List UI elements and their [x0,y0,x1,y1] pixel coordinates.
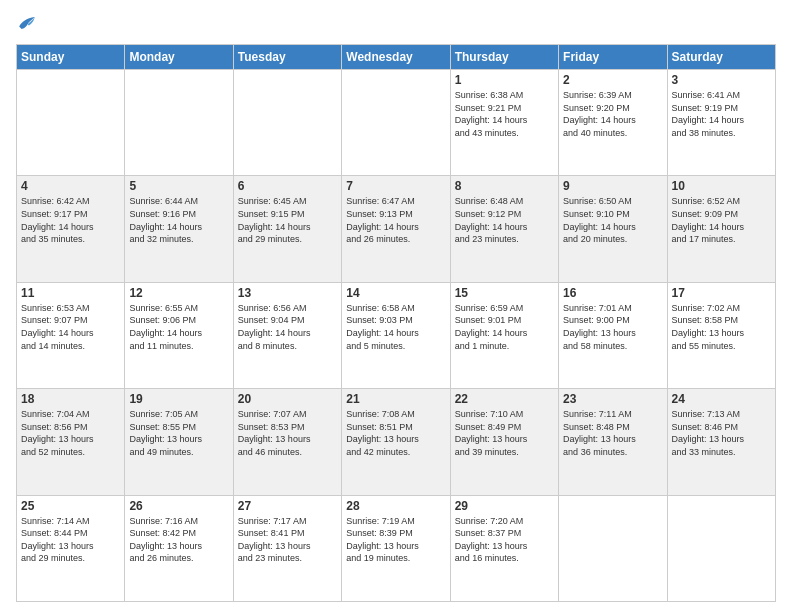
page: SundayMondayTuesdayWednesdayThursdayFrid… [0,0,792,612]
day-number: 4 [21,179,120,193]
day-cell: 24Sunrise: 7:13 AM Sunset: 8:46 PM Dayli… [667,389,775,495]
day-info: Sunrise: 6:55 AM Sunset: 9:06 PM Dayligh… [129,302,228,352]
day-cell: 14Sunrise: 6:58 AM Sunset: 9:03 PM Dayli… [342,282,450,388]
day-info: Sunrise: 6:56 AM Sunset: 9:04 PM Dayligh… [238,302,337,352]
day-number: 27 [238,499,337,513]
day-cell: 11Sunrise: 6:53 AM Sunset: 9:07 PM Dayli… [17,282,125,388]
day-info: Sunrise: 7:10 AM Sunset: 8:49 PM Dayligh… [455,408,554,458]
day-info: Sunrise: 6:48 AM Sunset: 9:12 PM Dayligh… [455,195,554,245]
day-number: 17 [672,286,771,300]
day-cell: 15Sunrise: 6:59 AM Sunset: 9:01 PM Dayli… [450,282,558,388]
day-number: 20 [238,392,337,406]
day-number: 29 [455,499,554,513]
col-header-monday: Monday [125,45,233,70]
day-cell: 3Sunrise: 6:41 AM Sunset: 9:19 PM Daylig… [667,70,775,176]
header [16,14,776,36]
day-info: Sunrise: 7:14 AM Sunset: 8:44 PM Dayligh… [21,515,120,565]
day-cell: 26Sunrise: 7:16 AM Sunset: 8:42 PM Dayli… [125,495,233,601]
day-info: Sunrise: 7:04 AM Sunset: 8:56 PM Dayligh… [21,408,120,458]
day-cell: 21Sunrise: 7:08 AM Sunset: 8:51 PM Dayli… [342,389,450,495]
day-info: Sunrise: 7:16 AM Sunset: 8:42 PM Dayligh… [129,515,228,565]
day-cell: 25Sunrise: 7:14 AM Sunset: 8:44 PM Dayli… [17,495,125,601]
week-row-4: 25Sunrise: 7:14 AM Sunset: 8:44 PM Dayli… [17,495,776,601]
day-cell: 8Sunrise: 6:48 AM Sunset: 9:12 PM Daylig… [450,176,558,282]
day-info: Sunrise: 7:13 AM Sunset: 8:46 PM Dayligh… [672,408,771,458]
day-number: 16 [563,286,662,300]
day-number: 14 [346,286,445,300]
day-cell: 29Sunrise: 7:20 AM Sunset: 8:37 PM Dayli… [450,495,558,601]
day-cell: 12Sunrise: 6:55 AM Sunset: 9:06 PM Dayli… [125,282,233,388]
day-number: 10 [672,179,771,193]
day-info: Sunrise: 6:53 AM Sunset: 9:07 PM Dayligh… [21,302,120,352]
day-number: 2 [563,73,662,87]
day-cell [233,70,341,176]
day-info: Sunrise: 6:45 AM Sunset: 9:15 PM Dayligh… [238,195,337,245]
day-cell: 4Sunrise: 6:42 AM Sunset: 9:17 PM Daylig… [17,176,125,282]
day-cell: 10Sunrise: 6:52 AM Sunset: 9:09 PM Dayli… [667,176,775,282]
day-number: 7 [346,179,445,193]
day-cell: 7Sunrise: 6:47 AM Sunset: 9:13 PM Daylig… [342,176,450,282]
calendar-header-row: SundayMondayTuesdayWednesdayThursdayFrid… [17,45,776,70]
day-info: Sunrise: 7:01 AM Sunset: 9:00 PM Dayligh… [563,302,662,352]
day-info: Sunrise: 7:08 AM Sunset: 8:51 PM Dayligh… [346,408,445,458]
day-info: Sunrise: 6:59 AM Sunset: 9:01 PM Dayligh… [455,302,554,352]
day-number: 8 [455,179,554,193]
day-number: 3 [672,73,771,87]
calendar: SundayMondayTuesdayWednesdayThursdayFrid… [16,44,776,602]
day-number: 22 [455,392,554,406]
day-number: 11 [21,286,120,300]
day-cell: 18Sunrise: 7:04 AM Sunset: 8:56 PM Dayli… [17,389,125,495]
day-info: Sunrise: 7:07 AM Sunset: 8:53 PM Dayligh… [238,408,337,458]
day-number: 12 [129,286,228,300]
day-cell [125,70,233,176]
day-info: Sunrise: 7:20 AM Sunset: 8:37 PM Dayligh… [455,515,554,565]
day-number: 28 [346,499,445,513]
day-info: Sunrise: 6:50 AM Sunset: 9:10 PM Dayligh… [563,195,662,245]
col-header-tuesday: Tuesday [233,45,341,70]
day-info: Sunrise: 6:38 AM Sunset: 9:21 PM Dayligh… [455,89,554,139]
day-number: 26 [129,499,228,513]
logo [16,14,36,36]
week-row-1: 4Sunrise: 6:42 AM Sunset: 9:17 PM Daylig… [17,176,776,282]
day-number: 9 [563,179,662,193]
week-row-0: 1Sunrise: 6:38 AM Sunset: 9:21 PM Daylig… [17,70,776,176]
day-info: Sunrise: 6:44 AM Sunset: 9:16 PM Dayligh… [129,195,228,245]
day-number: 5 [129,179,228,193]
day-number: 25 [21,499,120,513]
day-info: Sunrise: 6:41 AM Sunset: 9:19 PM Dayligh… [672,89,771,139]
day-cell: 17Sunrise: 7:02 AM Sunset: 8:58 PM Dayli… [667,282,775,388]
day-cell: 9Sunrise: 6:50 AM Sunset: 9:10 PM Daylig… [559,176,667,282]
col-header-saturday: Saturday [667,45,775,70]
day-number: 15 [455,286,554,300]
day-cell: 28Sunrise: 7:19 AM Sunset: 8:39 PM Dayli… [342,495,450,601]
day-info: Sunrise: 6:39 AM Sunset: 9:20 PM Dayligh… [563,89,662,139]
day-cell: 6Sunrise: 6:45 AM Sunset: 9:15 PM Daylig… [233,176,341,282]
day-cell: 2Sunrise: 6:39 AM Sunset: 9:20 PM Daylig… [559,70,667,176]
day-number: 21 [346,392,445,406]
day-cell: 22Sunrise: 7:10 AM Sunset: 8:49 PM Dayli… [450,389,558,495]
col-header-sunday: Sunday [17,45,125,70]
day-info: Sunrise: 7:19 AM Sunset: 8:39 PM Dayligh… [346,515,445,565]
day-number: 23 [563,392,662,406]
day-number: 18 [21,392,120,406]
day-number: 1 [455,73,554,87]
day-info: Sunrise: 7:05 AM Sunset: 8:55 PM Dayligh… [129,408,228,458]
day-cell: 19Sunrise: 7:05 AM Sunset: 8:55 PM Dayli… [125,389,233,495]
day-number: 13 [238,286,337,300]
day-cell [667,495,775,601]
day-cell [17,70,125,176]
day-cell: 5Sunrise: 6:44 AM Sunset: 9:16 PM Daylig… [125,176,233,282]
logo-bird-icon [18,14,36,32]
day-number: 19 [129,392,228,406]
week-row-2: 11Sunrise: 6:53 AM Sunset: 9:07 PM Dayli… [17,282,776,388]
day-info: Sunrise: 7:02 AM Sunset: 8:58 PM Dayligh… [672,302,771,352]
day-info: Sunrise: 7:11 AM Sunset: 8:48 PM Dayligh… [563,408,662,458]
day-cell [342,70,450,176]
day-cell: 16Sunrise: 7:01 AM Sunset: 9:00 PM Dayli… [559,282,667,388]
day-info: Sunrise: 6:42 AM Sunset: 9:17 PM Dayligh… [21,195,120,245]
day-info: Sunrise: 6:52 AM Sunset: 9:09 PM Dayligh… [672,195,771,245]
week-row-3: 18Sunrise: 7:04 AM Sunset: 8:56 PM Dayli… [17,389,776,495]
day-info: Sunrise: 7:17 AM Sunset: 8:41 PM Dayligh… [238,515,337,565]
day-number: 24 [672,392,771,406]
day-cell: 20Sunrise: 7:07 AM Sunset: 8:53 PM Dayli… [233,389,341,495]
